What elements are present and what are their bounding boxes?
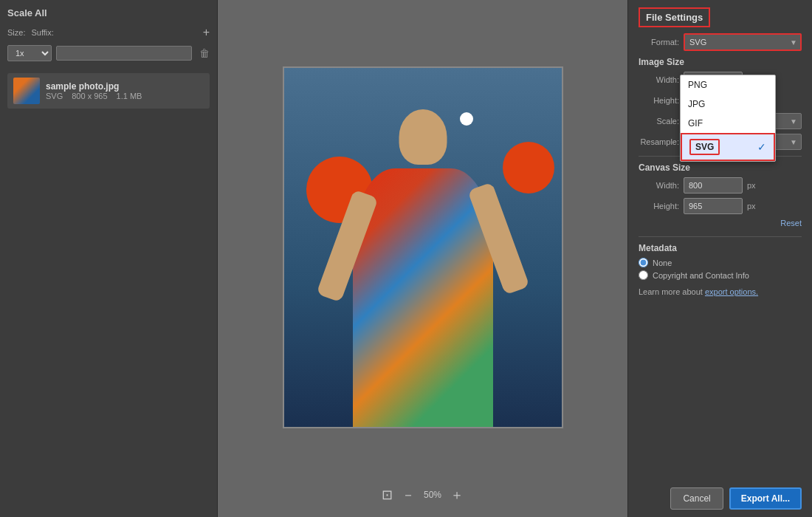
file-name: sample photo.jpg: [46, 81, 204, 92]
canvas-width-label: Width:: [639, 181, 679, 190]
canvas-width-input[interactable]: [684, 177, 743, 194]
panel-title: Scale All: [7, 7, 210, 18]
format-select-wrapper: SVG PNG JPG GIF ▼: [684, 33, 802, 51]
canvas-height-row: Height: px: [639, 198, 802, 214]
preview-image: [283, 66, 563, 428]
file-info: sample photo.jpg SVG 800 x 965 1.1 MB: [46, 81, 204, 100]
dropdown-check-icon: ✓: [757, 141, 766, 153]
zoom-label: 50%: [424, 490, 441, 500]
delete-scale-icon[interactable]: 🗑: [199, 47, 210, 59]
dropdown-gif-label: GIF: [688, 118, 703, 129]
scale-row: 1x 0.5x 1.5x 2x 3x 🗑: [7, 45, 210, 61]
format-dropdown: PNG JPG GIF SVG ✓: [680, 75, 776, 162]
dropdown-item-gif[interactable]: GIF: [681, 114, 775, 133]
radio-copyright-input[interactable]: [639, 270, 648, 280]
metadata-section: Metadata None Copyright and Contact Info: [639, 243, 802, 280]
size-suffix-row: Size: Suffix: +: [7, 26, 210, 39]
separator-2: [639, 236, 802, 237]
file-dimensions: 800 x 965: [72, 92, 107, 100]
file-size: 1.1 MB: [117, 92, 142, 100]
format-select[interactable]: SVG PNG JPG GIF: [684, 33, 802, 51]
learn-more-row: Learn more about export options.: [639, 287, 802, 296]
radio-none-input[interactable]: [639, 258, 648, 267]
metadata-title: Metadata: [639, 243, 802, 253]
canvas-area: ⊡ － 50% ＋: [218, 0, 627, 517]
dropdown-png-label: PNG: [688, 80, 707, 90]
radio-none-label[interactable]: None: [653, 258, 672, 267]
dropdown-item-svg[interactable]: SVG ✓: [681, 133, 775, 161]
image-preview: [283, 15, 563, 480]
image-size-title: Image Size: [639, 57, 802, 67]
dropdown-item-png[interactable]: PNG: [681, 75, 775, 95]
reset-button[interactable]: Reset: [780, 219, 802, 227]
dropdown-svg-label: SVG: [689, 139, 720, 155]
cancel-button[interactable]: Cancel: [670, 487, 723, 510]
suffix-label: Suffix:: [31, 28, 53, 37]
file-settings-title: File Settings: [639, 7, 710, 27]
size-label: Size:: [7, 28, 25, 37]
canvas-width-px: px: [747, 181, 756, 190]
canvas-width-row: Width: px: [639, 177, 802, 194]
export-options-link[interactable]: export options.: [705, 287, 758, 296]
person-head: [399, 109, 447, 165]
export-all-button[interactable]: Export All...: [729, 487, 802, 510]
canvas-size-title: Canvas Size: [639, 162, 802, 173]
file-list-item: sample photo.jpg SVG 800 x 965 1.1 MB: [7, 73, 210, 109]
add-scale-button[interactable]: +: [203, 26, 210, 39]
canvas-height-input[interactable]: [684, 198, 743, 214]
dropdown-jpg-label: JPG: [688, 99, 705, 109]
file-format: SVG: [46, 92, 63, 100]
fit-screen-button[interactable]: ⊡: [382, 487, 393, 503]
file-meta: SVG 800 x 965 1.1 MB: [46, 92, 204, 100]
app-container: Scale All Size: Suffix: + 1x 0.5x 1.5x 2…: [0, 0, 812, 517]
scale-select[interactable]: 1x 0.5x 1.5x 2x 3x: [7, 45, 52, 61]
canvas-height-px: px: [747, 202, 756, 210]
format-label: Format:: [639, 38, 679, 47]
radio-copyright-label[interactable]: Copyright and Contact Info: [653, 271, 749, 280]
suffix-input[interactable]: [56, 46, 192, 61]
image-height-label: Height:: [639, 96, 679, 105]
right-panel: File Settings Format: SVG PNG JPG GIF ▼: [627, 0, 812, 517]
format-row: Format: SVG PNG JPG GIF ▼: [639, 33, 802, 51]
image-width-label: Width:: [639, 75, 679, 84]
scale-label-right: Scale:: [639, 117, 679, 126]
bottom-buttons: Cancel Export All...: [639, 479, 802, 510]
dropdown-item-jpg[interactable]: JPG: [681, 95, 775, 114]
left-panel: Scale All Size: Suffix: + 1x 0.5x 1.5x 2…: [0, 0, 218, 517]
resample-label: Resample:: [639, 137, 679, 146]
photo-background: [284, 68, 562, 427]
file-settings-section: File Settings Format: SVG PNG JPG GIF ▼: [639, 7, 802, 296]
format-row-container: Format: SVG PNG JPG GIF ▼ PNG: [639, 33, 802, 51]
file-thumbnail: [13, 78, 40, 104]
radio-copyright-row: Copyright and Contact Info: [639, 270, 802, 280]
thumbnail-image: [13, 78, 40, 104]
person-figure: [327, 95, 519, 427]
zoom-in-button[interactable]: ＋: [450, 486, 464, 504]
radio-none-row: None: [639, 258, 802, 267]
learn-more-text: Learn more about: [639, 287, 703, 296]
canvas-height-label: Height:: [639, 202, 679, 210]
toolbar-bottom: ⊡ － 50% ＋: [382, 480, 464, 510]
zoom-out-button[interactable]: －: [402, 486, 415, 504]
